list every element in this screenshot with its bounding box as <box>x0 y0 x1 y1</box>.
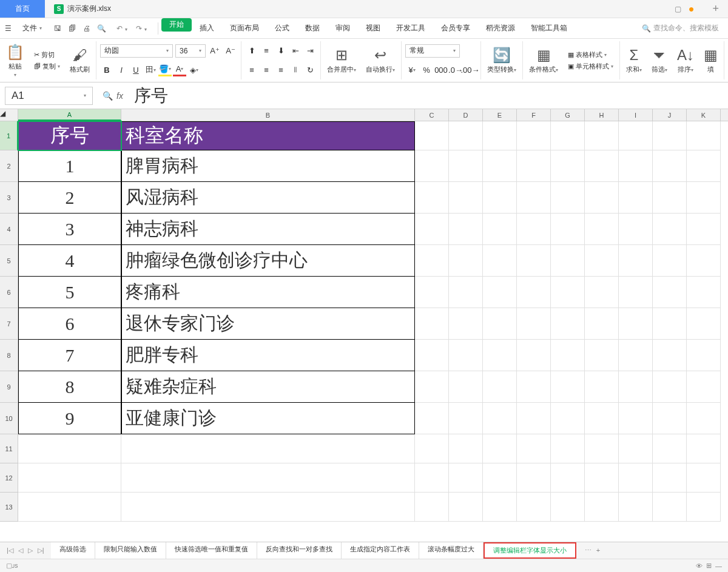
column-header[interactable]: A <box>18 109 121 121</box>
cell[interactable] <box>687 493 721 522</box>
cell[interactable] <box>619 182 653 214</box>
cell[interactable] <box>415 121 449 150</box>
cell[interactable]: 退休专家门诊 <box>121 308 415 340</box>
column-header[interactable]: K <box>687 109 721 121</box>
cell[interactable] <box>449 214 483 245</box>
cell[interactable]: 肥胖专科 <box>121 340 415 371</box>
cell[interactable] <box>415 245 449 277</box>
cell[interactable] <box>517 121 551 150</box>
ribbon-tab[interactable]: 数据 <box>297 18 328 39</box>
cell[interactable] <box>653 182 687 214</box>
sheet-tab[interactable]: 生成指定内容工作表 <box>342 542 419 559</box>
cell[interactable] <box>687 121 721 150</box>
cells-area[interactable]: 序号科室名称1脾胃病科2风湿病科3神志病科4肿瘤绿色微创诊疗中心5疼痛科6退休专… <box>18 121 728 522</box>
cell[interactable] <box>483 371 517 403</box>
ribbon-tab[interactable]: 公式 <box>267 18 297 39</box>
cell[interactable] <box>415 403 449 434</box>
comma-icon[interactable]: 000 <box>434 63 448 76</box>
row-header[interactable]: 9 <box>0 371 18 403</box>
type-convert-button[interactable]: 🔄类型转换▾ <box>485 45 519 75</box>
cell[interactable] <box>483 434 517 463</box>
cell[interactable] <box>687 340 721 371</box>
cell[interactable] <box>585 463 619 493</box>
cell[interactable] <box>687 150 721 182</box>
cell[interactable]: 5 <box>18 277 121 308</box>
cell-style-button[interactable]: ▣单元格样式▾ <box>565 61 616 72</box>
cell[interactable] <box>585 245 619 277</box>
cell[interactable] <box>619 403 653 434</box>
cell[interactable] <box>585 371 619 403</box>
file-menu[interactable]: 文件▾ <box>16 23 48 33</box>
cell[interactable] <box>517 182 551 214</box>
cell[interactable] <box>483 308 517 340</box>
column-header[interactable]: F <box>517 109 551 121</box>
cell[interactable] <box>483 403 517 434</box>
sheet-tab[interactable]: 高级筛选 <box>51 542 95 559</box>
font-name-select[interactable]: 幼圆▾ <box>100 44 173 58</box>
orientation-icon[interactable]: ↻ <box>303 63 317 76</box>
save-as-icon[interactable]: 🗐 <box>66 22 79 35</box>
ribbon-tab[interactable]: 稻壳资源 <box>478 18 523 39</box>
column-header[interactable]: D <box>449 109 483 121</box>
cell[interactable] <box>551 340 585 371</box>
align-middle-icon[interactable]: ≡ <box>260 44 273 58</box>
cell[interactable] <box>121 463 415 493</box>
cell[interactable] <box>483 493 517 522</box>
filter-button[interactable]: ⏷筛选▾ <box>649 45 670 75</box>
cell[interactable] <box>619 434 653 463</box>
cell[interactable] <box>449 434 483 463</box>
increase-indent-icon[interactable]: ⇥ <box>303 44 317 58</box>
cell[interactable] <box>415 150 449 182</box>
cell[interactable] <box>449 150 483 182</box>
row-header[interactable]: 10 <box>0 403 18 434</box>
cell[interactable] <box>449 463 483 493</box>
cell[interactable] <box>483 150 517 182</box>
app-menu-icon[interactable]: ☰ <box>0 24 16 33</box>
cell[interactable] <box>619 277 653 308</box>
cell[interactable] <box>483 214 517 245</box>
cell[interactable] <box>687 245 721 277</box>
cell[interactable] <box>619 340 653 371</box>
cell[interactable] <box>653 340 687 371</box>
cell[interactable] <box>653 463 687 493</box>
cell[interactable] <box>517 277 551 308</box>
zoom-dash-icon[interactable]: — <box>715 562 722 570</box>
layout-icon[interactable]: ⊞ <box>706 562 712 570</box>
cell[interactable] <box>687 463 721 493</box>
name-box[interactable]: A1▾ <box>5 87 93 105</box>
column-header[interactable]: J <box>653 109 687 121</box>
file-tab[interactable]: S 演示案例.xlsx <box>45 0 120 18</box>
cell[interactable] <box>517 434 551 463</box>
number-format-select[interactable]: 常规▾ <box>405 44 460 58</box>
next-sheet-icon[interactable]: ▷ <box>26 547 35 554</box>
cell[interactable] <box>415 493 449 522</box>
cell[interactable] <box>653 493 687 522</box>
cell[interactable] <box>585 277 619 308</box>
ribbon-tab[interactable]: 插入 <box>192 18 222 39</box>
bold-button[interactable]: B <box>100 63 113 76</box>
cell[interactable] <box>415 182 449 214</box>
cell[interactable] <box>619 214 653 245</box>
cell[interactable] <box>483 340 517 371</box>
cell[interactable]: 脾胃病科 <box>121 150 415 182</box>
command-search[interactable]: 🔍 查找命令、搜索模板 <box>642 23 728 33</box>
cell[interactable]: 6 <box>18 308 121 340</box>
cell[interactable] <box>551 463 585 493</box>
cell[interactable] <box>653 434 687 463</box>
spreadsheet-grid[interactable]: ◢ ABCDEFGHIJK 12345678910111213 序号科室名称1脾… <box>0 109 728 522</box>
cell[interactable] <box>653 403 687 434</box>
cell[interactable] <box>449 277 483 308</box>
cell[interactable] <box>415 463 449 493</box>
align-top-icon[interactable]: ⬆ <box>245 44 258 58</box>
cell[interactable] <box>653 121 687 150</box>
cell[interactable] <box>517 463 551 493</box>
cell[interactable] <box>653 371 687 403</box>
tab-pin-icon[interactable]: ▢ <box>675 5 681 13</box>
cell[interactable]: 8 <box>18 371 121 403</box>
sheet-tab[interactable]: 滚动条幅度过大 <box>419 542 484 559</box>
cell[interactable] <box>551 277 585 308</box>
table-header-cell[interactable]: 科室名称 <box>121 121 415 150</box>
add-sheet-icon[interactable]: + <box>596 547 600 554</box>
cell[interactable] <box>517 245 551 277</box>
paste-button[interactable]: 📋粘贴▾ <box>4 42 27 79</box>
